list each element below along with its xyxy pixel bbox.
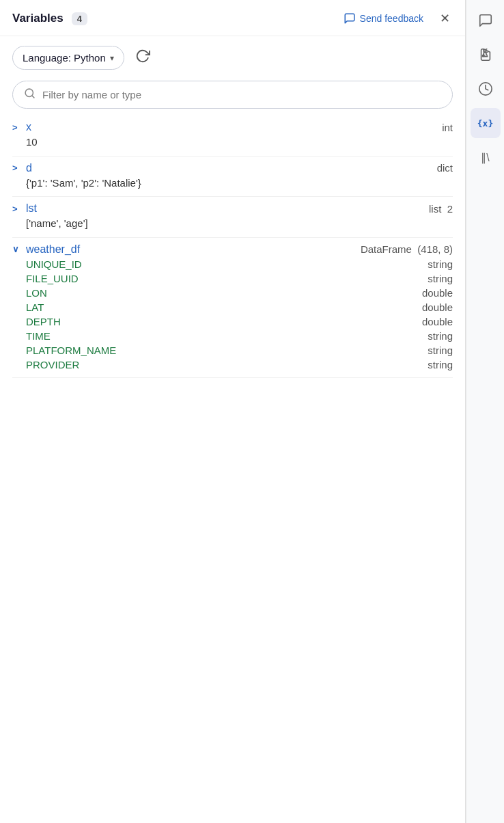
variable-type-d: dict <box>437 162 453 174</box>
variable-name-x: x <box>26 121 31 133</box>
search-input[interactable] <box>42 89 441 100</box>
refresh-icon <box>135 49 150 64</box>
search-icon <box>24 87 36 102</box>
variable-item-lst: > lst list 2 ['name', 'age'] <box>12 202 453 238</box>
variables-list: > x int 10 > d dict {'p1': 'Sam', 'p2': … <box>0 116 465 823</box>
df-col-unique-id: UNIQUE_ID string <box>12 257 453 271</box>
variable-name-weather-df: weather_df <box>26 243 80 256</box>
panel-header: Variables 4 Send feedback ✕ <box>0 0 465 36</box>
search-container <box>12 81 453 109</box>
variable-type-lst: list 2 <box>429 203 453 215</box>
sidebar-icon-history[interactable] <box>471 74 501 104</box>
sidebar: {x} ∥\ <box>466 0 504 823</box>
lab-icon <box>478 47 493 62</box>
variable-name-d: d <box>26 162 32 174</box>
df-col-lat: LAT double <box>12 300 453 314</box>
controls-row: Language: Python ▾ <box>0 36 465 74</box>
df-col-time: TIME string <box>12 329 453 343</box>
chat-icon <box>478 13 493 28</box>
variable-name-lst: lst <box>26 202 37 215</box>
chevron-down-icon: ▾ <box>110 53 114 63</box>
expand-icon-lst[interactable]: > <box>12 204 22 214</box>
language-label: Language: Python <box>23 52 106 64</box>
variable-item-d: > d dict {'p1': 'Sam', 'p2': 'Natalie'} <box>12 162 453 198</box>
variables-icon-label: {x} <box>477 118 493 129</box>
sidebar-icon-lab[interactable] <box>471 40 501 70</box>
sidebar-icon-chat[interactable] <box>471 5 501 36</box>
df-col-lon: LON double <box>12 286 453 300</box>
language-selector[interactable]: Language: Python ▾ <box>12 46 124 70</box>
panel-title: Variables <box>12 12 64 25</box>
search-row <box>0 74 465 116</box>
variable-type-x: int <box>442 122 453 133</box>
chart-icon-label: ∥\ <box>481 151 489 164</box>
variable-value-d: {'p1': 'Sam', 'p2': 'Natalie'} <box>12 176 453 191</box>
df-col-platform-name: PLATFORM_NAME string <box>12 343 453 357</box>
feedback-icon <box>344 12 356 25</box>
variable-value-lst: ['name', 'age'] <box>12 216 453 232</box>
df-col-provider: PROVIDER string <box>12 357 453 372</box>
df-col-file-uuid: FILE_UUID string <box>12 271 453 286</box>
send-feedback-link[interactable]: Send feedback <box>344 12 423 25</box>
variable-item-weather-df: ∨ weather_df DataFrame (418, 8) UNIQUE_I… <box>12 243 453 378</box>
expand-icon-x[interactable]: > <box>12 122 22 133</box>
send-feedback-label: Send feedback <box>360 13 423 24</box>
variable-value-x: 10 <box>12 135 453 150</box>
svg-line-1 <box>32 96 34 98</box>
expand-icon-weather-df[interactable]: ∨ <box>12 244 22 254</box>
sidebar-icon-variables[interactable]: {x} <box>471 108 501 138</box>
variable-count-badge: 4 <box>72 12 87 25</box>
variable-item-x: > x int 10 <box>12 121 453 157</box>
variable-type-weather-df: DataFrame (418, 8) <box>361 243 453 255</box>
history-icon <box>478 81 493 96</box>
refresh-button[interactable] <box>132 46 153 70</box>
close-button[interactable]: ✕ <box>437 11 453 26</box>
expand-icon-d[interactable]: > <box>12 163 22 173</box>
sidebar-icon-chart[interactable]: ∥\ <box>471 142 501 172</box>
df-col-depth: DEPTH double <box>12 314 453 329</box>
